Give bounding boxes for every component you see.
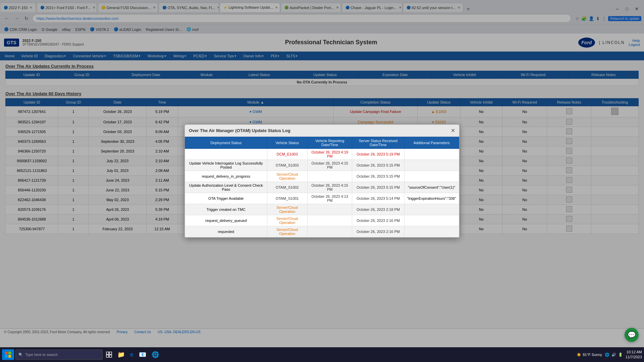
modal-deployment xyxy=(185,149,267,160)
file-explorer-button[interactable]: 📁 xyxy=(115,349,127,360)
svg-rect-6 xyxy=(106,355,109,357)
modal-row: request_delivery_queued Server/Cloud Ope… xyxy=(185,215,459,226)
modal-row: Trigger created on TMC Server/Cloud Oper… xyxy=(185,204,459,215)
modal-close-button[interactable]: ✕ xyxy=(451,127,455,134)
modal-server-received: October 26, 2023 2:16 PM xyxy=(352,215,404,226)
volume-icon[interactable]: 🔊 xyxy=(611,353,616,357)
modal-server-received: October 26, 2023 5:14 PM xyxy=(352,193,404,204)
modal-vehicle-status: Server/Cloud Operation xyxy=(267,171,307,182)
modal-header-row: Deployment Status Vehicle Status Vehicle… xyxy=(185,137,459,149)
svg-rect-3 xyxy=(8,355,11,358)
svg-rect-5 xyxy=(109,352,112,354)
task-view-button[interactable] xyxy=(104,349,114,360)
taskbar-search[interactable]: 🔍 Type here to search xyxy=(15,350,103,360)
modal-vehicle-status: Server/Cloud Operation xyxy=(267,226,307,237)
modal-row: Update Vehicle Interrogator Log Successf… xyxy=(185,160,459,171)
modal-col-vehicle-reporting: Vehicle Reporting Date/Time xyxy=(308,137,352,149)
search-placeholder-text: Type here to search xyxy=(25,353,58,357)
weather-text: 81°F Sunny xyxy=(583,353,602,357)
modal-vehicle-reporting: October 26, 2023 4:13 PM xyxy=(308,193,352,204)
modal-header: Over The Air Manager (OTAM) Update Statu… xyxy=(185,125,459,137)
battery-icon: 🔋 xyxy=(618,353,623,357)
modal-vehicle-status: OTAM_S1001 xyxy=(267,193,307,204)
modal-vehicle-reporting: October 26, 2023 4:15 PM xyxy=(308,182,352,193)
svg-rect-0 xyxy=(5,352,8,354)
weather-info: ☀️ 81°F Sunny xyxy=(577,353,602,357)
modal-vehicle-reporting xyxy=(308,171,352,182)
outlook-icon: 📧 xyxy=(139,351,146,358)
modal-vehicle-reporting xyxy=(308,226,352,237)
modal-deployment: request_delivery_in_progress xyxy=(185,171,267,182)
search-icon: 🔍 xyxy=(18,353,23,357)
modal-row: request_delivery_in_progress Server/Clou… xyxy=(185,171,459,182)
modal-vehicle-reporting: October 26, 2023 4:15 PM xyxy=(308,160,352,171)
clock[interactable]: 10:12 AM 11/7/2023 xyxy=(626,350,642,360)
modal-server-received: October 26, 2023 5:15 PM xyxy=(352,182,404,193)
start-button[interactable] xyxy=(2,349,14,360)
edge-icon: e xyxy=(130,351,133,358)
taskbar: 🔍 Type here to search 📁 e 📧 🌐 ☀️ 81°F Su… xyxy=(0,347,644,362)
network-icon[interactable]: 🌐 xyxy=(605,353,609,357)
date-display: 11/7/2023 xyxy=(626,355,642,360)
modal-server-received: October 26, 2023 5:15 PM xyxy=(352,171,404,182)
modal-deployment: Update Authorization Level & Consent Che… xyxy=(185,182,267,193)
task-view-icon xyxy=(106,352,112,358)
modal-vehicle-reporting xyxy=(308,204,352,215)
modal-additional xyxy=(404,160,459,171)
modal-additional xyxy=(404,204,459,215)
modal-server-received: October 26, 2023 5:15 PM xyxy=(352,160,404,171)
outlook-button[interactable]: 📧 xyxy=(137,349,148,360)
modal-deployment: Update Vehicle Interrogator Log Successf… xyxy=(185,160,267,171)
modal-additional: "triggerExpirationHours":"336" xyxy=(404,193,459,204)
svg-rect-2 xyxy=(5,355,8,358)
modal-deployment: Trigger created on TMC xyxy=(185,204,267,215)
modal-deployment: OTA Trigger Available xyxy=(185,193,267,204)
svg-rect-7 xyxy=(109,355,112,357)
modal-vehicle-reporting: October 26, 2023 4:19 PM xyxy=(308,149,352,160)
modal-vehicle-status: OTAM_S1002 xyxy=(267,182,307,193)
modal-row: DCM_E1003 October 26, 2023 4:19 PM Octob… xyxy=(185,149,459,160)
taskbar-right: ☀️ 81°F Sunny 🌐 🔊 🔋 10:12 AM 11/7/2023 xyxy=(577,350,642,360)
modal-additional xyxy=(404,171,459,182)
modal-row: requested Server/Cloud Operation October… xyxy=(185,226,459,237)
modal-additional xyxy=(404,149,459,160)
modal-vehicle-status: Server/Cloud Operation xyxy=(267,204,307,215)
modal-vehicle-status: DCM_E1003 xyxy=(267,149,307,160)
modal-table: Deployment Status Vehicle Status Vehicle… xyxy=(185,137,459,237)
windows-icon xyxy=(5,352,11,358)
modal-body: Deployment Status Vehicle Status Vehicle… xyxy=(185,137,459,237)
folder-icon: 📁 xyxy=(117,351,125,358)
modal-server-received: October 26, 2023 5:19 PM xyxy=(352,149,404,160)
weather-icon: ☀️ xyxy=(577,353,581,357)
modal-deployment: request_delivery_queued xyxy=(185,215,267,226)
modal-vehicle-status: Server/Cloud Operation xyxy=(267,215,307,226)
time-display: 10:12 AM xyxy=(626,350,642,355)
modal-additional: "sourceOfConsent":"User(1)" xyxy=(404,182,459,193)
chrome-button[interactable]: 🌐 xyxy=(150,349,161,360)
modal-vehicle-status: OTAM_S1003 xyxy=(267,160,307,171)
modal-deployment: requested xyxy=(185,226,267,237)
modal-col-vehicle-status: Vehicle Status xyxy=(267,137,307,149)
modal-overlay[interactable]: Over The Air Manager (OTAM) Update Statu… xyxy=(0,0,644,362)
chrome-icon: 🌐 xyxy=(152,351,159,358)
modal-server-received: October 26, 2023 2:18 PM xyxy=(352,204,404,215)
modal-title: Over The Air Manager (OTAM) Update Statu… xyxy=(189,128,290,133)
sys-tray: 🌐 🔊 🔋 xyxy=(605,353,623,357)
edge-button[interactable]: e xyxy=(128,349,136,360)
modal-row: Update Authorization Level & Consent Che… xyxy=(185,182,459,193)
modal-server-received: October 26, 2023 2:16 PM xyxy=(352,226,404,237)
modal-additional xyxy=(404,226,459,237)
chat-button[interactable]: 💬 xyxy=(625,328,639,342)
modal-additional xyxy=(404,215,459,226)
modal-col-additional: Additional Parameters xyxy=(404,137,459,149)
modal-row: OTA Trigger Available OTAM_S1001 October… xyxy=(185,193,459,204)
modal-vehicle-reporting xyxy=(308,215,352,226)
modal-col-deployment: Deployment Status xyxy=(185,137,267,149)
otam-modal: Over The Air Manager (OTAM) Update Statu… xyxy=(184,124,460,238)
svg-rect-4 xyxy=(106,352,109,354)
svg-rect-1 xyxy=(8,352,11,354)
modal-col-server-received: Server Status Received Date/Time xyxy=(352,137,404,149)
